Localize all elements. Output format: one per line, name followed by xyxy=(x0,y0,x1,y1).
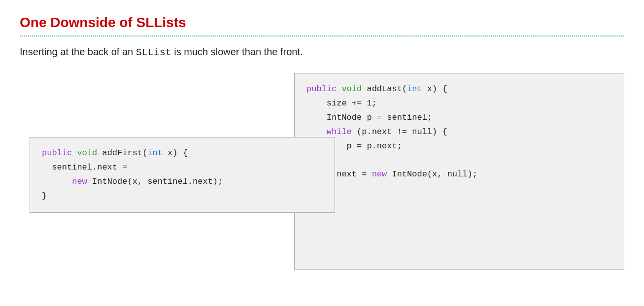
subtitle: Inserting at the back of an SLList is mu… xyxy=(20,46,624,58)
subtitle-code: SLList xyxy=(136,47,171,58)
subtitle-text: Inserting at the back of an xyxy=(20,46,136,57)
subtitle-rest: is much slower than the front. xyxy=(171,46,303,57)
code-box-addlast: public void addLast(int x) { size += 1; … xyxy=(294,73,624,270)
page-title: One Downside of SLLists xyxy=(20,15,624,31)
divider xyxy=(20,35,624,36)
code-box-addfirst: public void addFirst(int x) { sentinel.n… xyxy=(30,137,335,213)
code-area: public void addLast(int x) { size += 1; … xyxy=(20,73,624,270)
